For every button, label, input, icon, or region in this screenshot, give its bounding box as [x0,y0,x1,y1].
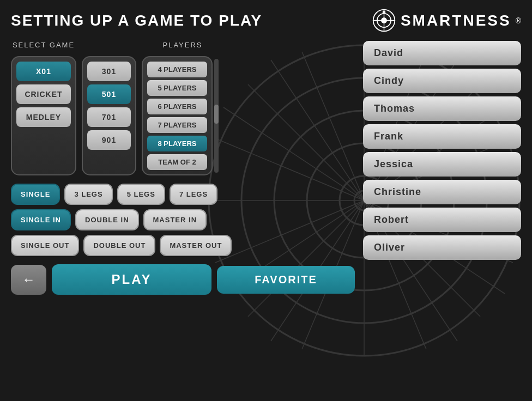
logo-text: SMARTNESS [401,12,511,29]
player-frank[interactable]: Frank [363,124,521,149]
players-count-panel: 4 PLAYERS 5 PLAYERS 6 PLAYERS 7 PLAYERS … [142,56,213,175]
in-options-row: SINGLE IN DOUBLE IN MASTER IN [11,209,355,230]
logo-reg: ® [516,16,521,25]
score-btn-301[interactable]: 301 [87,62,131,81]
action-row: ← PLAY FAVORITE [11,264,355,295]
player-robert[interactable]: Robert [363,208,521,232]
players-label: PLAYERS [147,41,218,49]
out-options-row: SINGLE OUT DOUBLE OUT MASTER OUT [11,235,355,256]
players-5[interactable]: 5 PLAYERS [147,80,207,96]
header: SETTING UP A GAME TO PLAY SMARTNESS ® [11,8,521,33]
left-panel: SELECT GAME PLAYERS X01 CRICKET MEDLEY [11,41,355,295]
player-jessica[interactable]: Jessica [363,152,521,177]
opt-5legs[interactable]: 5 LEGS [117,184,165,205]
player-christine[interactable]: Christine [363,180,521,204]
opt-single[interactable]: SINGLE [11,184,60,205]
score-btn-501[interactable]: 501 [87,84,131,104]
logo-icon [372,8,396,33]
page-title: SETTING UP A GAME TO PLAY [11,12,262,29]
legs-options-row: SINGLE 3 LEGS 5 LEGS 7 LEGS [11,184,355,205]
player-thomas[interactable]: Thomas [363,96,521,121]
players-list-panel: David Cindy Thomas Frank Jessica Christi… [363,41,521,295]
logo-area: SMARTNESS ® [372,8,521,33]
player-cindy[interactable]: Cindy [363,69,521,93]
opt-masterout[interactable]: MASTER OUT [160,235,232,256]
opt-doublein[interactable]: DOUBLE IN [75,209,139,230]
player-oliver[interactable]: Oliver [363,235,521,260]
game-btn-cricket[interactable]: CRICKET [16,84,71,104]
game-btn-x01[interactable]: X01 [16,62,71,81]
opt-singleout[interactable]: SINGLE OUT [11,235,79,256]
players-8[interactable]: 8 PLAYERS [147,136,207,151]
game-types-panel: X01 CRICKET MEDLEY [11,56,76,175]
opt-7legs[interactable]: 7 LEGS [170,184,217,205]
score-panel: 301 501 701 901 [82,56,136,175]
opt-doubleout[interactable]: DOUBLE OUT [83,235,155,256]
players-4[interactable]: 4 PLAYERS [147,62,207,77]
back-button[interactable]: ← [11,265,46,295]
main-content: SELECT GAME PLAYERS X01 CRICKET MEDLEY [11,41,521,295]
player-david[interactable]: David [363,41,521,65]
players-7[interactable]: 7 PLAYERS [147,117,207,133]
play-button[interactable]: PLAY [52,264,211,295]
players-team2[interactable]: TEAM OF 2 [147,154,207,170]
favorite-button[interactable]: FAVORITE [217,266,355,294]
score-btn-701[interactable]: 701 [87,107,131,127]
opt-masterin[interactable]: MASTER IN [143,209,207,230]
select-game-label: SELECT GAME [11,41,76,49]
players-6[interactable]: 6 PLAYERS [147,99,207,114]
opt-3legs[interactable]: 3 LEGS [64,184,112,205]
game-btn-medley[interactable]: MEDLEY [16,107,71,127]
score-btn-901[interactable]: 901 [87,130,131,150]
opt-singlein[interactable]: SINGLE IN [11,209,71,230]
